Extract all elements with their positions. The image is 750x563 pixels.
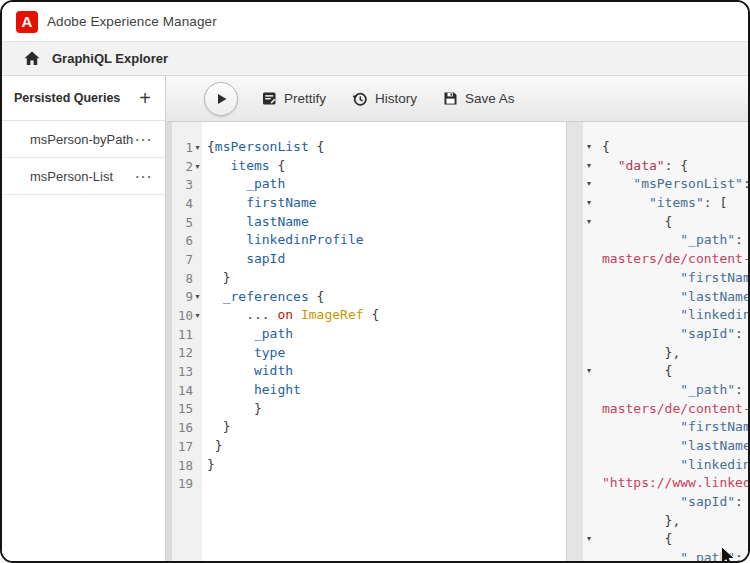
code-panes: 1▾2▾3456789▾10▾111213141516171819 {msPer… [166,122,748,561]
more-options-icon[interactable]: ··· [136,169,154,184]
fold-caret-icon[interactable]: ▾ [587,175,591,194]
persisted-query-item[interactable]: msPerson-List··· [2,158,165,195]
code-token [207,176,246,191]
code-token: "lastName" [680,289,748,304]
prettify-icon [262,91,277,106]
editor-line: _path [207,325,566,344]
code-token: }, [602,345,680,360]
code-token: type [254,345,285,360]
results-pane[interactable]: ▾{▾ "data": {▾ "msPersonList": {▾ "items… [583,122,748,561]
results-line: }, [583,344,748,363]
fold-caret-icon[interactable]: ▾ [587,157,591,176]
code-token: { [602,531,672,546]
editor-line: } [207,418,566,437]
code-token: lastName [246,214,309,229]
fold-caret-icon[interactable]: ▾ [193,143,202,152]
line-number: 4 [185,196,193,211]
code-token: { [207,139,215,154]
fold-caret-icon[interactable]: ▾ [587,138,591,157]
persisted-query-item[interactable]: msPerson-byPath··· [2,121,165,158]
code-token [207,232,246,247]
code-token [207,214,246,229]
add-query-button[interactable]: + [139,88,151,108]
code-token [602,419,680,434]
query-name: msPerson-byPath [30,132,133,147]
code-token [602,438,680,453]
sidebar-title: Persisted Queries [14,91,120,105]
code-token: } [207,419,230,434]
code-token: : [ [704,195,727,210]
line-number: 17 [178,439,193,454]
editor-line: _path [207,175,566,194]
main-area: Persisted Queries + msPerson-byPath···ms… [2,76,748,561]
results-line: "firstName": [583,269,748,288]
gutter-line: 18 [172,456,202,475]
code-token [602,195,649,210]
gutter-line: 7 [172,250,202,269]
line-number: 14 [178,383,193,398]
code-token: firstName [246,195,316,210]
code-token [602,457,680,472]
sidebar-header: Persisted Queries + [2,76,165,121]
code-token: on [277,307,293,322]
fold-caret-icon[interactable]: ▾ [587,362,591,381]
code-token: "_path" [680,232,735,247]
line-number: 18 [178,458,193,473]
code-token [602,326,680,341]
gutter-line: 8 [172,269,202,288]
gutter-line: 10▾ [172,306,202,325]
code-token: "sapId" [680,494,735,509]
gutter-line: 9▾ [172,288,202,307]
fold-caret-icon[interactable]: ▾ [587,213,591,232]
code-token: width [254,363,293,378]
code-token: } [207,401,262,416]
code-token: : [735,382,748,397]
code-token [602,550,680,561]
editor-line: width [207,362,566,381]
execute-query-button[interactable] [204,82,238,116]
code-token: _path [246,176,285,191]
results-line: "firstName": [583,418,748,437]
code-token: "linkedinProfile" [680,457,748,472]
mouse-cursor [718,546,738,563]
fold-caret-icon[interactable]: ▾ [193,311,202,320]
code-token: masters/de/content-f [602,251,748,266]
results-line: "https://www.linkedin [583,474,748,493]
home-icon[interactable] [24,51,40,66]
panel-resizer[interactable] [566,122,583,561]
prettify-label: Prettify [284,91,326,106]
code-token: "firstName" [680,270,748,285]
fold-caret-icon[interactable]: ▾ [193,292,202,301]
results-line: masters/de/content-f [583,400,748,419]
fold-caret-icon[interactable]: ▾ [587,530,591,549]
code-token: } [207,438,223,453]
prettify-button[interactable]: Prettify [262,91,326,106]
line-number: 12 [178,345,193,360]
more-options-icon[interactable]: ··· [136,132,154,147]
code-token: { [602,214,672,229]
save-as-button[interactable]: Save As [443,91,515,106]
line-number: 13 [178,364,193,379]
code-token: sapId [246,251,285,266]
code-token [207,158,230,173]
results-line: ▾ "data": { [583,157,748,176]
editor-line: _references { [207,288,566,307]
line-number: 10 [178,308,193,323]
history-button[interactable]: History [352,91,417,107]
editor-line: ... on ImageRef { [207,306,566,325]
code-token: { [270,158,286,173]
gutter-line: 5 [172,213,202,232]
gutter-line: 16 [172,418,202,437]
query-editor[interactable]: {msPersonList { items { _path firstName … [202,122,566,561]
code-token: : [735,232,748,247]
fold-caret-icon[interactable]: ▾ [193,162,202,171]
line-number: 9 [185,289,193,304]
code-token: { [602,139,610,154]
results-line: ▾{ [583,138,748,157]
code-token: height [254,382,301,397]
results-line: ▾ { [583,362,748,381]
page-header: GraphiQL Explorer [2,42,748,76]
line-number: 2 [185,159,193,174]
fold-caret-icon[interactable]: ▾ [587,194,591,213]
code-token [602,270,680,285]
